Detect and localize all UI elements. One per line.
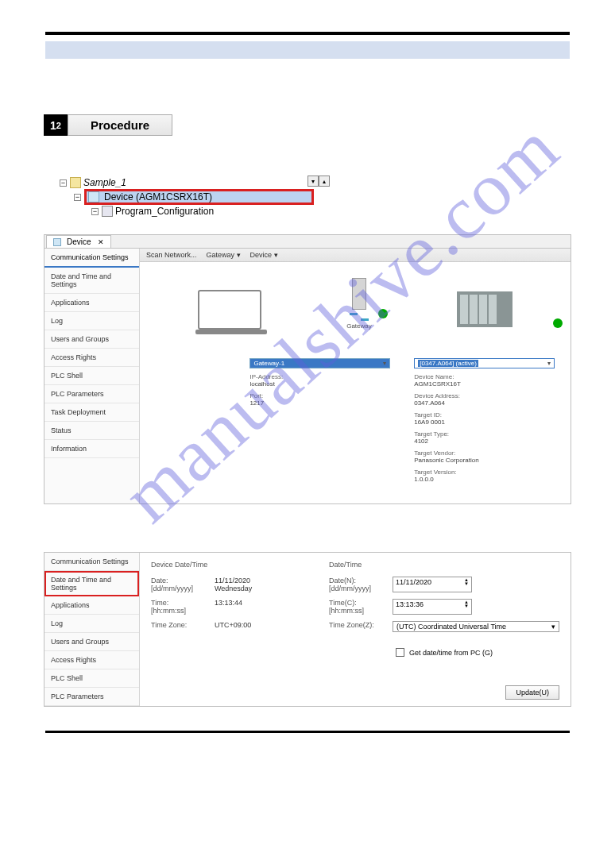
- sidebar-item-datetime[interactable]: Date and Time and Settings: [44, 571, 139, 596]
- sidebar-item-plcparams[interactable]: PLC Parameters: [44, 385, 139, 403]
- tree-up-icon[interactable]: ▴: [319, 176, 330, 187]
- tz-label: Time Zone:: [151, 621, 207, 629]
- update-button[interactable]: Update(U): [505, 685, 559, 700]
- date2-format: [dd/mm/yyyy]: [329, 584, 371, 592]
- targetid-label: Target ID:: [414, 411, 555, 419]
- targetver-value: 1.0.0.0: [414, 476, 555, 483]
- side-nav: Communication Settings Date and Time and…: [44, 249, 140, 503]
- tab-label: Device: [67, 237, 91, 246]
- datetime-main: Device Date/Time Date:[dd/mm/yyyy] 11/11…: [140, 553, 571, 706]
- sidebar-item-plcparams[interactable]: PLC Parameters: [44, 688, 139, 706]
- device-dt-title: Device Date/Time: [151, 561, 305, 569]
- project-tree: − Sample_1 ▾ ▴ − Device (AGM1CSRX16T) − …: [60, 176, 314, 218]
- devname-label: Device Name:: [414, 373, 555, 380]
- bottom-rule: [45, 731, 570, 733]
- top-rule: [45, 32, 570, 35]
- sidebar-item-apps[interactable]: Applications: [44, 294, 139, 312]
- tree-root-label: Sample_1: [83, 177, 126, 188]
- targettype-label: Target Type:: [414, 430, 555, 438]
- collapse-icon[interactable]: −: [60, 179, 67, 187]
- tab-device[interactable]: Device ✕: [46, 235, 111, 248]
- targettype-value: 4102: [414, 438, 555, 445]
- time-value: 13:13:44: [215, 599, 242, 615]
- tree-device-label: Device (AGM1CSRX16T): [104, 191, 212, 203]
- gateway-select[interactable]: Gateway-1▾: [249, 358, 390, 368]
- sidebar-item-access[interactable]: Access Rights: [44, 651, 139, 669]
- sidebar-item-status[interactable]: Status: [44, 422, 139, 440]
- comm-main: Scan Network... Gateway ▾ Device ▾ Gatew…: [140, 249, 571, 503]
- spinner-icon[interactable]: ▲▼: [464, 600, 469, 613]
- proc-num-sub: 2: [56, 121, 61, 130]
- date-format: [dd/mm/yyyy]: [151, 584, 193, 592]
- date-label: Date:: [151, 577, 168, 584]
- plc-icon: [457, 291, 512, 327]
- ip-value: localhost: [249, 380, 390, 388]
- tree-dropdown-icon[interactable]: ▾: [308, 176, 319, 187]
- sidebar-item-comm[interactable]: Communication Settings: [44, 249, 139, 268]
- procedure-heading: 12 Procedure: [44, 114, 571, 136]
- timezone-select[interactable]: (UTC) Coordinated Universal Time▾: [393, 621, 559, 632]
- gateway-info: Gateway-1▾ IP-Address: localhost Port: 1…: [249, 358, 390, 488]
- time2-label: Time(C):: [329, 599, 357, 607]
- scan-network-button[interactable]: Scan Network...: [146, 251, 197, 259]
- ip-label: IP-Address:: [249, 373, 390, 380]
- status-dot-icon: [378, 309, 388, 318]
- sidebar-item-users[interactable]: Users and Groups: [44, 633, 139, 651]
- close-icon[interactable]: ✕: [98, 238, 104, 246]
- date2-label: Date(N):: [329, 577, 356, 584]
- sidebar-item-users[interactable]: Users and Groups: [44, 330, 139, 349]
- devaddr-value: 0347.A064: [414, 399, 555, 407]
- tab-strip: Device ✕: [44, 235, 571, 249]
- sidebar-item-log[interactable]: Log: [44, 615, 139, 633]
- device-select[interactable]: [0347.A064] (active)▾: [414, 358, 555, 368]
- proc-num-main: 1: [50, 119, 56, 132]
- device-icon: [88, 191, 99, 203]
- device-menu[interactable]: Device ▾: [250, 251, 278, 259]
- time2-format: [hh:mm:ss]: [329, 607, 364, 615]
- targetvendor-value: Panasonic Corporation: [414, 457, 555, 464]
- device-panel-comm: Device ✕ Communication Settings Date and…: [44, 234, 571, 504]
- collapse-icon[interactable]: −: [74, 194, 81, 201]
- tree-device-row[interactable]: − Device (AGM1CSRX16T): [60, 190, 314, 204]
- procedure-number: 12: [44, 114, 68, 136]
- tz-select-value: (UTC) Coordinated Universal Time: [396, 623, 506, 631]
- time-input[interactable]: 13:13:36▲▼: [393, 599, 472, 615]
- sidebar-item-info[interactable]: Information: [44, 440, 139, 458]
- get-from-pc-row[interactable]: Get date/time from PC (G): [329, 648, 559, 657]
- tz2-label: Time Zone(Z):: [329, 621, 385, 632]
- date-value: 11/11/2020: [215, 577, 250, 584]
- laptop-icon: [198, 290, 261, 330]
- sidebar-item-plcshell[interactable]: PLC Shell: [44, 669, 139, 688]
- devname-value: AGM1CSRX16T: [414, 380, 555, 388]
- day-value: Wednesday: [215, 584, 252, 592]
- devaddr-label: Device Address:: [414, 392, 555, 399]
- sidebar-item-access[interactable]: Access Rights: [44, 349, 139, 367]
- program-icon: [102, 206, 113, 217]
- device-info: [0347.A064] (active)▾ Device Name: AGM1C…: [414, 358, 555, 488]
- tree-program-row[interactable]: − Program_Configuration: [60, 204, 314, 218]
- gateway-menu[interactable]: Gateway ▾: [207, 251, 241, 259]
- spinner-icon[interactable]: ▲▼: [464, 578, 469, 591]
- sidebar-item-apps[interactable]: Applications: [44, 596, 139, 615]
- sidebar-item-task[interactable]: Task Deployment: [44, 403, 139, 422]
- side-nav-2: Communication Settings Date and Time and…: [44, 553, 140, 706]
- collapse-icon[interactable]: −: [91, 208, 99, 215]
- time-format: [hh:mm:ss]: [151, 607, 186, 615]
- checkbox-icon[interactable]: [396, 648, 404, 657]
- connection-diagram: Gateway: [140, 262, 571, 357]
- gateway-select-value: Gateway-1: [253, 360, 284, 367]
- header-band: [45, 41, 570, 59]
- sidebar-item-log[interactable]: Log: [44, 312, 139, 330]
- time-input-value: 13:13:36: [396, 600, 424, 613]
- tz-value: UTC+09:00: [215, 621, 251, 629]
- tree-root-row[interactable]: − Sample_1 ▾ ▴: [60, 176, 314, 190]
- sidebar-item-datetime[interactable]: Date and Time and Settings: [44, 268, 139, 294]
- sidebar-item-plcshell[interactable]: PLC Shell: [44, 367, 139, 385]
- port-label: Port:: [249, 392, 390, 399]
- targetid-value: 16A9 0001: [414, 419, 555, 426]
- sidebar-item-comm[interactable]: Communication Settings: [44, 553, 139, 571]
- procedure-title: Procedure: [68, 114, 172, 136]
- chevron-down-icon: ▾: [551, 623, 555, 631]
- targetver-label: Target Version:: [414, 469, 555, 476]
- date-input[interactable]: 11/11/2020▲▼: [393, 577, 472, 592]
